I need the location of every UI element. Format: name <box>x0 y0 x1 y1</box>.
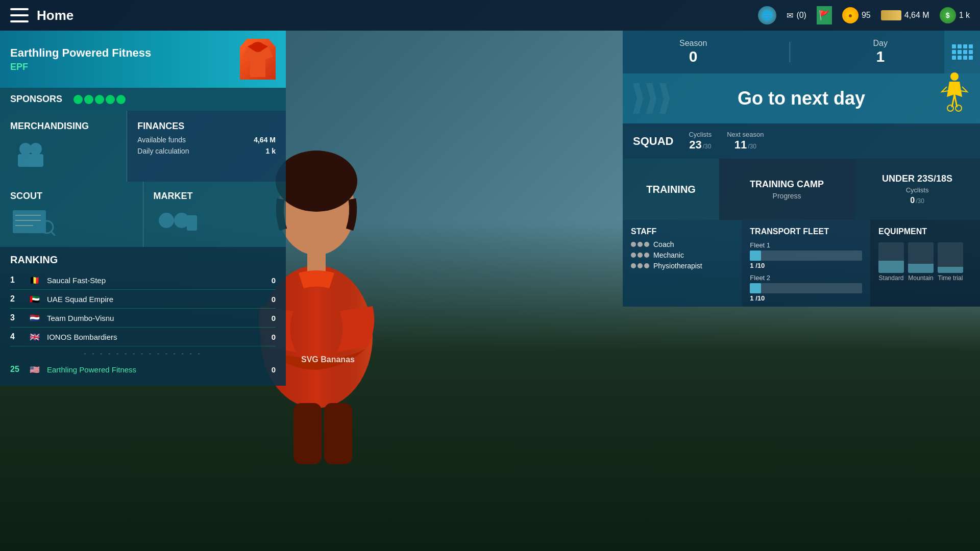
ranking-row-3[interactable]: 3 🇳🇱 Team Dumbo-Visnu 0 <box>10 309 276 328</box>
transport-box[interactable]: TRANSPORT FLEET Fleet 1 1 /10 Fleet 2 1 … <box>742 220 870 307</box>
sponsor-dot-4 <box>106 95 115 104</box>
training-camp-sub: Progress <box>773 192 801 200</box>
physio-dots <box>631 263 649 268</box>
svg-rect-24 <box>324 403 352 464</box>
page-title: Home <box>37 8 74 23</box>
transport-label: TRANSPORT FLEET <box>750 227 862 236</box>
fleet2-bar <box>750 283 761 293</box>
training-box[interactable]: TRAINING <box>623 159 719 220</box>
physio-dot-2 <box>638 263 643 268</box>
bar-group: 4,64 M <box>881 10 929 20</box>
sponsor-dot-1 <box>74 95 83 104</box>
coin-group: ● 95 <box>842 7 871 23</box>
equipment-label: EQUIPMENT <box>878 227 972 236</box>
season-day-row: Season 0 Day 1 <box>623 31 980 73</box>
svg-point-9 <box>159 213 174 228</box>
rank-score-1: 0 <box>272 276 276 285</box>
fleet1-item: Fleet 1 1 /10 <box>750 240 862 270</box>
staff-item-coach: Coach <box>631 240 733 248</box>
envelope-count: (0) <box>796 11 806 20</box>
fleet2-item: Fleet 2 1 /10 <box>750 273 862 303</box>
training-label: TRAINING <box>646 184 696 195</box>
daily-calc-value: 1 k <box>266 147 276 155</box>
my-rank-num: 25 <box>10 365 22 374</box>
money-icon: $ <box>940 7 956 23</box>
envelope-icon-group[interactable]: ✉ (0) <box>787 11 806 20</box>
available-funds-value: 4,64 M <box>254 136 276 144</box>
svg-point-16 <box>955 105 962 111</box>
sponsors-label: SPONSORS <box>10 94 62 105</box>
coach-dot-3 <box>644 242 649 247</box>
svg-rect-11 <box>187 215 197 231</box>
squad-label: SQUAD <box>633 135 673 148</box>
under23-count: 0 <box>910 196 915 205</box>
training-camp-box[interactable]: TRAINING CAMP Progress <box>719 159 854 220</box>
svg-point-1 <box>30 143 42 155</box>
sponsor-dots <box>74 95 126 104</box>
ranking-row-1[interactable]: 1 🇧🇪 Saucal Fast-Step 0 <box>10 271 276 290</box>
my-rank-name: Earthling Powered Fitness <box>47 365 272 374</box>
daily-calc-row: Daily calculation 1 k <box>137 147 276 155</box>
sponsors-row: SPONSORS <box>0 88 286 111</box>
team-jersey <box>240 39 276 80</box>
under23-label: UNDER 23S/18S <box>882 173 952 184</box>
equipment-box[interactable]: EQUIPMENT Standard Mountain <box>870 220 980 307</box>
left-panel: Earthling Powered Fitness EPF SPONSORS M… <box>0 31 286 386</box>
market-box[interactable]: MARKET <box>143 182 286 247</box>
available-funds-row: Available funds 4,64 M <box>137 136 276 144</box>
ranking-row-4[interactable]: 4 🇬🇧 IONOS Bombardiers 0 <box>10 328 276 346</box>
scout-box[interactable]: SCOUT <box>0 182 143 247</box>
coach-name: Coach <box>653 240 674 248</box>
mechanic-dot-1 <box>631 253 636 258</box>
fleet1-count: 1 /10 <box>750 262 765 269</box>
envelope-icon: ✉ <box>787 11 793 20</box>
day-value: 1 <box>873 48 888 65</box>
ranking-row-2[interactable]: 2 🇦🇪 UAE Squad Empire 0 <box>10 290 276 309</box>
equip-mountain: Mountain <box>908 240 934 282</box>
rank-name-1: Saucal Fast-Step <box>47 276 272 285</box>
finances-box[interactable]: FINANCES Available funds 4,64 M Daily ca… <box>127 111 286 182</box>
staff-item-physio: Physiotherapist <box>631 262 733 270</box>
equip-standard: Standard <box>878 240 904 282</box>
svg-text:SVG Bananas: SVG Bananas <box>301 355 355 364</box>
globe-icon[interactable]: 🌐 <box>758 6 776 24</box>
mechanic-dot-2 <box>638 253 643 258</box>
equip-bar-standard <box>878 242 904 273</box>
right-panel: Season 0 Day 1 Go to next day <box>623 31 980 307</box>
under23-box[interactable]: UNDER 23S/18S Cyclists 0 /30 <box>854 159 980 220</box>
merchandising-box[interactable]: MERCHANDISING <box>0 111 127 182</box>
squad-row[interactable]: SQUAD Cyclists 23 /30 Next season 11 /30 <box>623 123 980 159</box>
fleet1-label: Fleet 1 <box>750 241 770 249</box>
coach-dot-1 <box>631 242 636 247</box>
bottom-row: STAFF Coach Mechanic <box>623 220 980 307</box>
ranking-divider: - - - - - - - - - - - - - - - <box>10 346 276 360</box>
ranking-row-my[interactable]: 25 🇺🇸 Earthling Powered Fitness 0 <box>10 360 276 379</box>
next-day-button[interactable]: Go to next day <box>623 73 980 123</box>
rank-flag-2: 🇦🇪 <box>28 294 42 304</box>
rank-name-3: Team Dumbo-Visnu <box>47 314 272 322</box>
rank-score-4: 0 <box>272 333 276 341</box>
flag-icon[interactable]: 🚩 <box>817 6 832 24</box>
svg-point-20 <box>276 151 357 212</box>
calendar-icon <box>952 44 973 60</box>
finances-label: FINANCES <box>137 121 276 132</box>
mechanic-name: Mechanic <box>653 251 684 259</box>
physio-dot-1 <box>631 263 636 268</box>
team-header: Earthling Powered Fitness EPF <box>0 31 286 88</box>
season-label: Season <box>679 39 707 48</box>
staff-box[interactable]: STAFF Coach Mechanic <box>623 220 742 307</box>
cyclists-max: /30 <box>703 143 712 150</box>
rank-num-3: 3 <box>10 313 22 322</box>
rank-flag-4: 🇬🇧 <box>28 332 42 342</box>
rank-flag-3: 🇳🇱 <box>28 313 42 323</box>
scout-market-row: SCOUT MARKET <box>0 182 286 247</box>
training-camp-label: TRAINING CAMP <box>750 179 824 190</box>
my-rank-score: 0 <box>272 365 276 374</box>
equip-type-standard: Standard <box>879 274 904 282</box>
svg-line-8 <box>51 232 55 236</box>
menu-icon[interactable] <box>10 8 29 22</box>
rank-name-4: IONOS Bombardiers <box>47 333 272 341</box>
calendar-button[interactable] <box>944 31 980 73</box>
rank-name-2: UAE Squad Empire <box>47 295 272 304</box>
team-abbr: EPF <box>10 62 151 72</box>
